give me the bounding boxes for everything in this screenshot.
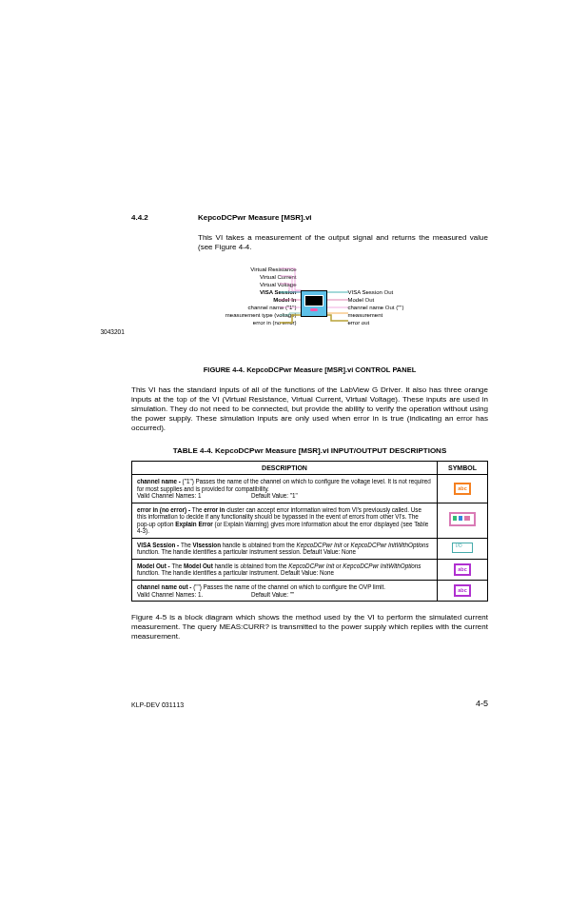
abc-symbol-icon: abc	[454, 584, 470, 597]
footer-right: 4-5	[476, 699, 488, 708]
row-italic: KepcoDCPwr InitWithOptions	[351, 542, 429, 548]
row-text: or	[334, 563, 343, 569]
table-header-row: DESCRIPTION SYMBOL	[132, 462, 488, 475]
table-row: channel name out - ("") Passes the name …	[132, 581, 488, 602]
row-text: ("") Passes the name of the channel on w…	[193, 583, 385, 590]
figure-caption: FIGURE 4-4. KepcoDCPwr Measure [MSR].vi …	[131, 365, 488, 374]
row-italic: KepcoDCPwr InitWithOptions	[343, 563, 421, 569]
label-channel-name-out: channel name Out ("")	[348, 304, 404, 311]
row-label: Model Out -	[137, 563, 171, 569]
row-valid-names: Valid Channel Names: 1.	[137, 591, 251, 599]
intro-paragraph: This VI takes a measurement of the outpu…	[198, 233, 488, 252]
abc-symbol-icon: abc	[454, 483, 470, 495]
row-label: channel name -	[137, 478, 183, 484]
section-title: KepcoDCPwr Measure [MSR].vi	[198, 213, 312, 222]
vi-chip-icon	[301, 290, 327, 317]
row-default: Default Value: "1"	[251, 492, 298, 499]
label-error-out: error out	[348, 319, 404, 326]
io-symbol-icon	[452, 543, 473, 553]
cell-model-out: Model Out - The Model Out handle is obta…	[132, 559, 438, 580]
table-caption: TABLE 4-4. KepcoDCPwr Measure [MSR].vi I…	[131, 446, 488, 455]
header-symbol: SYMBOL	[438, 462, 488, 475]
row-label: VISA Session -	[137, 542, 181, 548]
section-heading: 4.4.2 KepcoDCPwr Measure [MSR].vi	[131, 213, 488, 222]
cell-channel-name: channel name - ("1") Passes the name of …	[132, 475, 438, 503]
page: 4.4.2 KepcoDCPwr Measure [MSR].vi This V…	[0, 0, 588, 908]
figure-ref: 3043201	[101, 328, 125, 335]
symbol-cell	[438, 503, 488, 538]
label-visa-out: VISA Session Out	[348, 288, 404, 296]
row-text: or	[342, 542, 350, 548]
row-text: handle is obtained from the	[221, 542, 296, 548]
label-model-out: Model Out	[348, 296, 404, 304]
post-figure-paragraph: This VI has the standard inputs of all o…	[131, 385, 488, 433]
control-panel-diagram: Virtual Resistance Virtual Current Virtu…	[167, 266, 453, 356]
row-bold: Explain Error	[175, 521, 213, 527]
abc-symbol-icon: abc	[454, 563, 470, 576]
error-cluster-icon	[449, 512, 476, 526]
row-italic: KepcoDCPwr Init	[288, 563, 334, 569]
row-text: handle is obtained from the	[213, 563, 288, 569]
section-number: 4.4.2	[131, 213, 177, 222]
table-row: Model Out - The Model Out handle is obta…	[132, 559, 488, 580]
cell-channel-name-out: channel name out - ("") Passes the name …	[132, 581, 438, 602]
figure-4-4: Virtual Resistance Virtual Current Virtu…	[131, 266, 488, 356]
row-bold: error in	[204, 506, 225, 513]
io-description-table: DESCRIPTION SYMBOL channel name - ("1") …	[131, 461, 488, 602]
symbol-cell: abc	[438, 475, 488, 503]
closing-paragraph: Figure 4-5 is a block diagram which show…	[131, 613, 488, 642]
footer-left: KLP-DEV 031113	[131, 701, 184, 708]
row-bold: VIsession	[193, 542, 221, 548]
row-text: The	[192, 506, 205, 513]
symbol-cell	[438, 538, 488, 559]
row-text: function. The handle identifies a partic…	[137, 569, 334, 576]
symbol-cell: abc	[438, 581, 488, 602]
row-italic: KepcoDCPwr Init	[296, 542, 342, 548]
row-text: The	[171, 563, 184, 569]
table-row: VISA Session - The VIsession handle is o…	[132, 538, 488, 559]
table-row: error in (no error) - The error in clust…	[132, 503, 488, 538]
cell-visa-session: VISA Session - The VIsession handle is o…	[132, 538, 438, 559]
table-row: channel name - ("1") Passes the name of …	[132, 475, 488, 503]
symbol-cell: abc	[438, 559, 488, 580]
row-text: The	[181, 542, 193, 548]
diagram-right-labels: VISA Session Out Model Out channel name …	[348, 288, 404, 326]
row-label: error in (no error) -	[137, 506, 192, 513]
row-valid-names: Valid Channel Names: 1	[137, 492, 251, 500]
label-measurement: measurement	[348, 311, 404, 319]
row-bold: Model Out	[184, 563, 213, 569]
row-default: Default Value: ""	[251, 591, 294, 598]
header-description: DESCRIPTION	[132, 462, 438, 475]
cell-error-in: error in (no error) - The error in clust…	[132, 503, 438, 538]
row-label: channel name out -	[137, 583, 193, 590]
row-text: function. The handle identifies a partic…	[137, 548, 356, 555]
